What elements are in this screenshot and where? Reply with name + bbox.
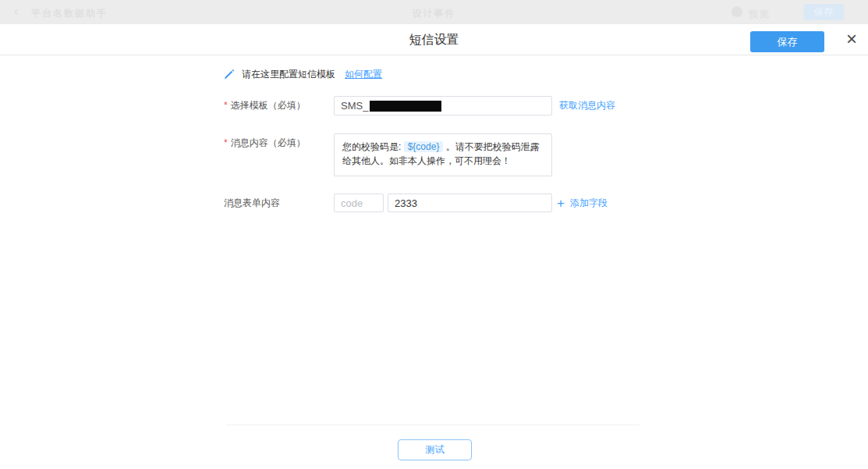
message-content-textarea[interactable]: 您的校验码是: ${code} 。请不要把校验码泄露给其他人。如非本人操作，可不… (334, 133, 552, 176)
sms-settings-modal: 短信设置 保存 × 请在这里配置短信模板 如何配置 *选择模板（必填） (0, 24, 868, 469)
required-mark: * (224, 137, 228, 148)
close-icon[interactable]: × (839, 24, 864, 55)
field-key-input[interactable] (334, 194, 384, 212)
hint-text: 请在这里配置短信模板 (242, 68, 335, 81)
content-field-label-text: 消息内容（必填） (231, 137, 306, 148)
content-text-before: 您的校验码是: (342, 141, 404, 152)
background-right-label: 预览 (749, 8, 771, 21)
divider (226, 425, 639, 425)
required-mark: * (224, 100, 228, 111)
template-field-label: *选择模板（必填） (224, 96, 306, 115)
form-data-label-text: 消息表单内容 (224, 197, 280, 208)
how-to-configure-link[interactable]: 如何配置 (345, 68, 382, 81)
screen: ‹ 平台名数据助手 设计事件 预览 保存 短信设置 保存 × 请在这里配置短信模… (0, 0, 868, 469)
modal-header: 短信设置 保存 × (0, 24, 868, 55)
add-field-label: 添加字段 (570, 197, 608, 210)
preview-circle-icon (732, 6, 742, 17)
get-message-content-link[interactable]: 获取消息内容 (559, 96, 615, 115)
field-value-input[interactable] (388, 194, 552, 212)
form-data-field-label: 消息表单内容 (224, 194, 280, 213)
hint-row: 请在这里配置短信模板 如何配置 (224, 67, 382, 81)
plus-icon: + (557, 197, 565, 210)
template-field-label-text: 选择模板（必填） (231, 100, 306, 111)
add-field-link[interactable]: + 添加字段 (557, 194, 608, 212)
save-button[interactable]: 保存 (750, 31, 824, 52)
redacted-text (370, 101, 441, 112)
background-topbar: ‹ 平台名数据助手 设计事件 预览 保存 (0, 0, 868, 24)
pencil-icon (224, 69, 235, 80)
background-save-button: 保存 (803, 4, 844, 20)
modal-body: 请在这里配置短信模板 如何配置 *选择模板（必填） SMS_ 获取消息内容 *消… (0, 55, 868, 469)
template-input-value: SMS_ (341, 100, 368, 112)
code-token: ${code} (404, 141, 444, 152)
content-field-label: *消息内容（必填） (224, 133, 306, 153)
modal-title: 短信设置 (0, 24, 868, 55)
template-input[interactable]: SMS_ (334, 96, 552, 115)
test-button[interactable]: 测试 (398, 439, 472, 460)
